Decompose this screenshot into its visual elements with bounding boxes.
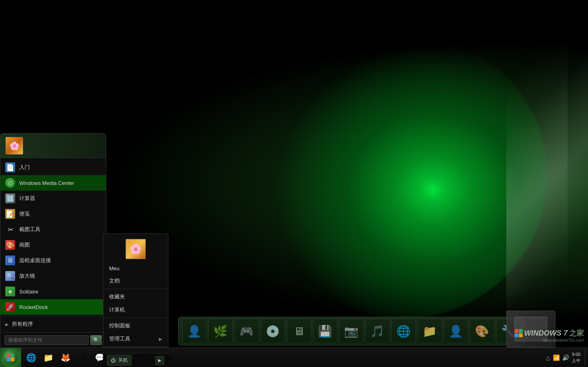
remote-icon: 🖥 [5, 256, 15, 265]
shutdown-arrow-icon: ▶ [158, 358, 161, 363]
admin-tools-arrow-icon: ▶ [159, 337, 162, 341]
watermark-title: WINDOWS 7 [524, 329, 568, 338]
start-menu-user-section: 🌸 [0, 133, 106, 158]
getting-started-label: 入门 [19, 164, 30, 171]
shutdown-icon: ⏻ [111, 358, 116, 363]
rocketdock-label: RocketDock [19, 304, 48, 310]
start-button[interactable] [0, 348, 21, 367]
search-input[interactable] [4, 335, 89, 345]
dock-item-2[interactable]: 🌿 [208, 319, 233, 343]
clock-time: 9:00 [572, 351, 581, 357]
start-menu-item-remote[interactable]: 🖥 远程桌面连接 [0, 253, 106, 268]
taskbar: 🌐 📁 🦊 ♪ 💬 🦋 🔧 e 🗂 △ 📶 🔊 9:00 上午 [0, 347, 588, 367]
start-menu-item-solitaire[interactable]: ♠ Solitaire [0, 284, 106, 299]
magnifier-icon: 🔍 [5, 271, 15, 281]
start-menu: 🌸 📄 入门 ⊙ Windows Media Center 🔢 计算器 📝 便笺… [0, 133, 106, 347]
show-desktop-button[interactable] [585, 349, 588, 366]
taskbar-icon-firefox[interactable]: 🦊 [57, 349, 74, 366]
all-programs-label: 所有程序 [12, 320, 33, 328]
watermark-url: www.windows7en.com [514, 338, 584, 343]
taskbar-icon-browser[interactable]: 🌐 [23, 349, 39, 366]
snipping-label: 截图工具 [19, 226, 40, 233]
start-menu-item-rocketdock[interactable]: 🚀 RocketDock [0, 299, 106, 315]
dock-bar: 👤 🌿 🎮 💿 🖥 💾 📷 🎵 🌐 📁 👤 🎨 🔧 [178, 317, 525, 345]
my-documents-label: Meu [109, 265, 119, 271]
tray-icon-network[interactable]: 📶 [553, 354, 560, 361]
start-orb [3, 350, 18, 365]
paint-label: 画图 [19, 241, 30, 249]
right-panel-divider-1 [103, 289, 168, 289]
system-tray: △ 📶 🔊 9:00 上午 [542, 351, 585, 363]
wmc-label: Windows Media Center [19, 180, 74, 186]
tray-icon-volume[interactable]: 🔊 [562, 354, 569, 361]
menu-divider [0, 316, 106, 316]
dock-area: 👤 🌿 🎮 💿 🖥 💾 📷 🎵 🌐 📁 👤 🎨 🔧 [155, 315, 547, 347]
all-programs-item[interactable]: ▶ 所有程序 [0, 318, 106, 331]
paint-icon: 🎨 [5, 240, 15, 250]
search-button[interactable]: 🔍 [90, 335, 102, 345]
remote-label: 远程桌面连接 [19, 257, 51, 264]
wmc-icon: ⊙ [5, 178, 15, 188]
user-avatar: 🌸 [5, 137, 23, 155]
start-menu-item-calculator[interactable]: 🔢 计算器 [0, 191, 106, 206]
dock-item-12[interactable]: 🎨 [470, 319, 494, 343]
taskbar-icon-explorer[interactable]: 📁 [40, 349, 56, 366]
start-menu-items: 📄 入门 ⊙ Windows Media Center 🔢 计算器 📝 便笺 ✂… [0, 158, 106, 332]
taskbar-pinned-icons: 🌐 📁 🦊 ♪ 💬 🦋 🔧 e 🗂 [21, 349, 542, 366]
solitaire-label: Solitaire [19, 289, 38, 295]
dock-item-11[interactable]: 👤 [444, 319, 468, 343]
calculator-label: 计算器 [19, 195, 35, 202]
clock-ampm: 上午 [572, 358, 581, 363]
calculator-icon: 🔢 [5, 194, 15, 203]
start-menu-search: 🔍 [0, 332, 106, 347]
shutdown-bar: ⏻ 关机 ▶ [103, 353, 168, 367]
dock-item-3[interactable]: 🎮 [235, 319, 259, 343]
right-panel-divider-2 [103, 318, 168, 318]
dock-item-6[interactable]: 💾 [313, 319, 338, 343]
start-flag-icon [7, 354, 14, 361]
right-panel-item-my-pictures[interactable]: 文档 [103, 274, 168, 287]
admin-tools-label: 管理工具 [109, 335, 130, 343]
getting-started-icon: 📄 [5, 162, 15, 172]
dock-item-7[interactable]: 📷 [339, 319, 364, 343]
user-avatar-image: 🌸 [6, 137, 23, 154]
right-panel-item-my-documents[interactable]: Meu [103, 262, 168, 274]
favorites-label: 收藏夹 [109, 293, 125, 300]
taskbar-clock[interactable]: 9:00 上午 [572, 351, 581, 363]
dock-item-5[interactable]: 🖥 [287, 319, 311, 343]
control-panel-label: 控制面板 [109, 322, 130, 329]
all-programs-arrow-icon: ▶ [5, 322, 9, 327]
right-panel-item-favorites[interactable]: 收藏夹 [103, 290, 168, 303]
notepad-icon: 📝 [5, 209, 15, 219]
start-menu-item-magnifier[interactable]: 🔍 放大镜 [0, 268, 106, 284]
start-menu-item-notepad[interactable]: 📝 便笺 [0, 206, 106, 222]
shutdown-options-button[interactable]: ▶ [155, 356, 164, 365]
tray-icon-1: △ [546, 354, 550, 361]
snipping-icon: ✂ [5, 225, 15, 234]
windows-flag-icon [514, 329, 523, 337]
my-pictures-label: 文档 [109, 277, 120, 285]
start-menu-item-paint[interactable]: 🎨 画图 [0, 237, 106, 253]
watermark: WINDOWS 7 之家 www.windows7en.com [514, 328, 584, 343]
shutdown-label: 关机 [118, 357, 128, 364]
right-panel-item-admin-tools[interactable]: 管理工具 ▶ [103, 332, 168, 345]
start-menu-item-getting-started[interactable]: 📄 入门 [0, 160, 106, 175]
computer-label: 计算机 [109, 306, 125, 314]
start-menu-item-snipping[interactable]: ✂ 截图工具 [0, 222, 106, 237]
dock-item-4[interactable]: 💿 [261, 319, 285, 343]
start-menu-item-wmc[interactable]: ⊙ Windows Media Center [0, 175, 106, 191]
notepad-label: 便笺 [19, 210, 30, 218]
rocketdock-icon: 🚀 [5, 302, 15, 312]
right-panel: 🌸 Meu 文档 收藏夹 计算机 控制面板 管理工具 ▶ [103, 234, 168, 347]
dock-item-9[interactable]: 🌐 [391, 319, 416, 343]
dock-item-8[interactable]: 🎵 [365, 319, 390, 343]
right-panel-item-control-panel[interactable]: 控制面板 [103, 319, 168, 332]
right-panel-avatar: 🌸 [125, 239, 146, 259]
shutdown-button[interactable]: ⏻ 关机 [107, 355, 132, 366]
dock-item-1[interactable]: 👤 [182, 319, 207, 343]
watermark-subtitle: 之家 [569, 328, 584, 338]
dock-item-10[interactable]: 📁 [418, 319, 442, 343]
taskbar-icon-music[interactable]: ♪ [74, 349, 91, 366]
right-panel-item-computer[interactable]: 计算机 [103, 303, 168, 316]
right-panel-user: 🌸 [103, 236, 168, 262]
